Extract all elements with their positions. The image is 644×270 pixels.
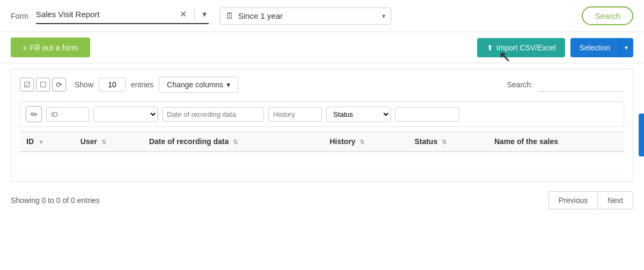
date-filter-text: Since 1 year bbox=[238, 11, 378, 20]
sort-icon-date: ⇅ bbox=[233, 139, 238, 145]
empty-row bbox=[20, 152, 624, 173]
filter-date-input[interactable] bbox=[162, 107, 264, 122]
col-header-date[interactable]: Date of recording data ⇅ bbox=[143, 132, 323, 152]
filter-history-input[interactable] bbox=[268, 107, 322, 122]
form-input-wrapper: ✕ ▾ bbox=[36, 8, 209, 24]
form-controls: ✕ ▾ bbox=[178, 8, 209, 21]
sort-icon-history: ⇅ bbox=[360, 139, 364, 145]
right-edge-tab[interactable] bbox=[639, 114, 644, 156]
toolbar-row: ☑ ☐ ⟳ Show entries Change columns ▾ Sear… bbox=[20, 77, 624, 93]
show-label: Show bbox=[75, 80, 93, 89]
top-bar: Form ✕ ▾ 🗓 Since 1 year ▾ Search bbox=[0, 0, 644, 32]
pagination: Previous Next bbox=[548, 191, 633, 209]
col-date-label: Date of recording data bbox=[149, 137, 229, 146]
divider bbox=[194, 8, 195, 21]
col-header-history[interactable]: History ⇅ bbox=[323, 132, 408, 152]
selection-btn-group: Selection ▾ bbox=[570, 38, 633, 57]
change-columns-button[interactable]: Change columns ▾ bbox=[159, 77, 238, 93]
showing-text: Showing 0 to 0 of 0 entries bbox=[11, 196, 100, 205]
col-name-label: Name of the sales bbox=[494, 137, 558, 146]
sort-icon-status: ⇅ bbox=[442, 139, 447, 145]
search-button[interactable]: Search bbox=[582, 6, 633, 25]
col-id-label: ID bbox=[26, 137, 34, 146]
filter-status-select[interactable]: Status bbox=[326, 107, 391, 122]
main-content: ☑ ☐ ⟳ Show entries Change columns ▾ Sear… bbox=[11, 69, 633, 182]
filter-user-select[interactable] bbox=[93, 107, 158, 122]
uncheck-all-icon[interactable]: ☐ bbox=[36, 78, 50, 92]
col-header-id[interactable]: ID ▼ bbox=[20, 132, 74, 152]
entries-input[interactable] bbox=[99, 78, 126, 92]
date-filter-wrapper[interactable]: 🗓 Since 1 year ▾ bbox=[219, 8, 391, 25]
table-body bbox=[20, 152, 624, 173]
previous-button[interactable]: Previous bbox=[548, 191, 597, 209]
filter-row: ✏ Status bbox=[20, 101, 624, 127]
filter-edit-icon[interactable]: ✏ bbox=[26, 106, 42, 122]
check-icons: ☑ ☐ ⟳ bbox=[20, 78, 66, 92]
import-csv-excel-button[interactable]: ⬆ Import CSV/Excel bbox=[477, 38, 565, 57]
table-header: ID ▼ User ⇅ Date of recording data ⇅ His… bbox=[20, 132, 624, 152]
entries-label: entries bbox=[131, 80, 153, 89]
col-header-status[interactable]: Status ⇅ bbox=[408, 132, 488, 152]
selection-dropdown-button[interactable]: ▾ bbox=[619, 38, 633, 57]
sort-icon-id: ▼ bbox=[38, 139, 44, 145]
bottom-row: Showing 0 to 0 of 0 entries Previous Nex… bbox=[0, 187, 644, 218]
sort-icon-user: ⇅ bbox=[101, 139, 106, 145]
change-columns-label: Change columns bbox=[167, 80, 223, 89]
action-bar: + Fill out a form ⬆ Import CSV/Excel ↖ S… bbox=[0, 32, 644, 63]
form-label: Form bbox=[11, 12, 28, 20]
col-header-name: Name of the sales bbox=[488, 132, 624, 152]
import-label: Import CSV/Excel bbox=[496, 43, 555, 52]
filter-id-input[interactable] bbox=[46, 107, 89, 122]
next-button[interactable]: Next bbox=[597, 191, 633, 209]
dropdown-arrow-icon[interactable]: ▾ bbox=[200, 8, 209, 20]
col-user-label: User bbox=[80, 137, 97, 146]
search-input[interactable] bbox=[538, 78, 624, 92]
form-input[interactable] bbox=[36, 10, 175, 19]
import-btn-wrapper: ⬆ Import CSV/Excel ↖ bbox=[477, 38, 565, 57]
col-status-label: Status bbox=[414, 137, 437, 146]
date-filter-dropdown-icon: ▾ bbox=[382, 12, 385, 20]
clear-icon[interactable]: ✕ bbox=[178, 8, 189, 20]
fill-form-button[interactable]: + Fill out a form bbox=[11, 38, 90, 57]
check-all-icon[interactable]: ☑ bbox=[20, 78, 34, 92]
selection-button[interactable]: Selection bbox=[570, 38, 619, 57]
calendar-icon: 🗓 bbox=[225, 11, 234, 21]
search-label: Search: bbox=[507, 80, 533, 89]
col-history-label: History bbox=[330, 137, 355, 146]
data-table: ID ▼ User ⇅ Date of recording data ⇅ His… bbox=[20, 131, 624, 174]
refresh-icon[interactable]: ⟳ bbox=[52, 78, 66, 92]
col-header-user[interactable]: User ⇅ bbox=[74, 132, 143, 152]
change-columns-arrow-icon: ▾ bbox=[226, 80, 230, 89]
filter-name-input[interactable] bbox=[395, 107, 459, 122]
import-icon: ⬆ bbox=[487, 43, 493, 52]
